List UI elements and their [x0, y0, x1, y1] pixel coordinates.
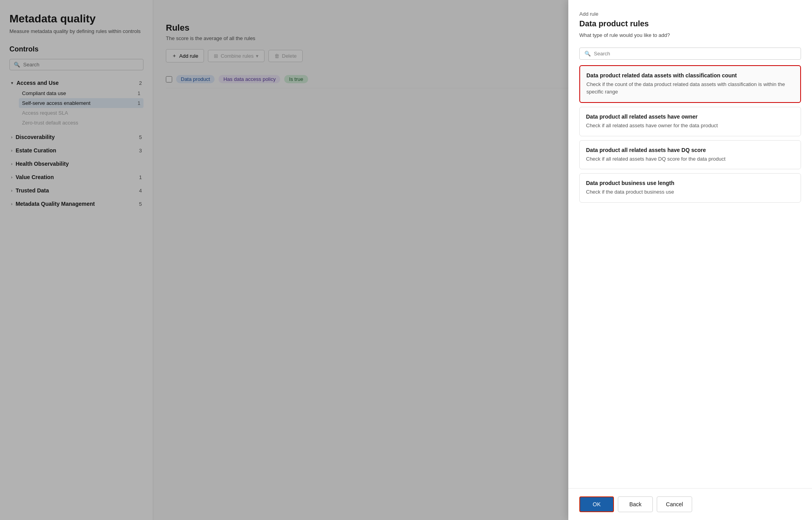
rule-option-desc-2: Check if all related assets have owner f…	[586, 122, 794, 130]
cancel-button[interactable]: Cancel	[657, 496, 692, 512]
side-panel-header: Add rule Data product rules What type of…	[568, 0, 812, 48]
rule-option-title-4: Data product business use length	[586, 180, 794, 186]
rule-option-title-1: Data product related data assets with cl…	[586, 72, 794, 79]
rule-option-desc-1: Check if the count of the data product r…	[586, 81, 794, 96]
side-panel-rule-list: Data product related data assets with cl…	[568, 65, 812, 488]
side-panel-search-box[interactable]: 🔍	[579, 48, 801, 60]
rule-option-all-related-assets-owner[interactable]: Data product all related assets have own…	[579, 107, 801, 136]
side-panel-search-input[interactable]	[594, 51, 796, 57]
side-panel: Add rule Data product rules What type of…	[568, 0, 812, 520]
rule-option-title-2: Data product all related assets have own…	[586, 114, 794, 120]
rule-option-business-use-length[interactable]: Data product business use length Check i…	[579, 173, 801, 203]
ok-button[interactable]: OK	[579, 496, 614, 512]
rule-option-title-3: Data product all related assets have DQ …	[586, 147, 794, 153]
back-button[interactable]: Back	[618, 496, 653, 512]
rule-option-desc-4: Check if the data product business use	[586, 189, 794, 196]
rule-option-related-assets-classification[interactable]: Data product related data assets with cl…	[579, 65, 801, 103]
rule-option-all-related-assets-dq[interactable]: Data product all related assets have DQ …	[579, 140, 801, 170]
side-panel-search-icon: 🔍	[584, 51, 591, 57]
side-panel-title: Data product rules	[579, 19, 801, 28]
side-panel-question: What type of rule would you like to add?	[579, 32, 801, 38]
side-panel-footer: OK Back Cancel	[568, 488, 812, 520]
rule-option-desc-3: Check if all related assets have DQ scor…	[586, 156, 794, 163]
side-panel-add-rule-label: Add rule	[579, 11, 801, 17]
